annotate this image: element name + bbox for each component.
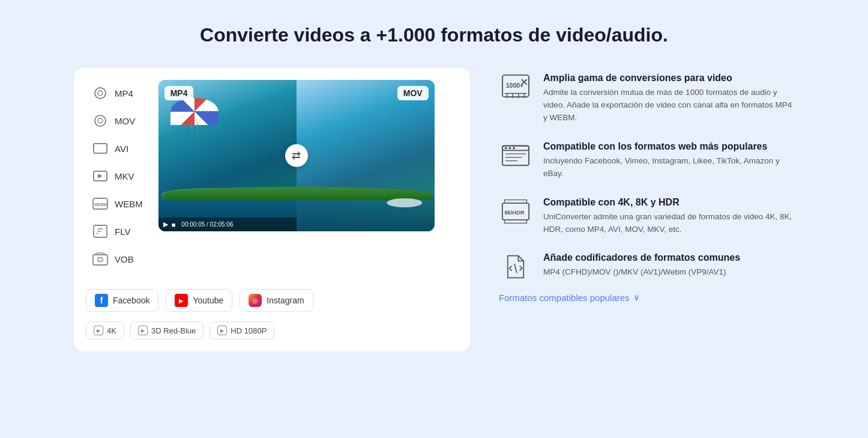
sidebar-item-mov[interactable]: MOV (86, 108, 149, 134)
4k-play-icon: ▶ (94, 326, 103, 335)
badge-hd-1080p[interactable]: ▶ HD 1080P (209, 321, 274, 339)
parasail (170, 98, 219, 131)
sidebar-item-mp4[interactable]: MP4 (86, 80, 149, 106)
feature-4k-8k-hdr: 8k\HDR Compatible con 4K, 8K y HDR UniCo… (499, 197, 794, 236)
page-title: Convierte videos a +1.000 formatos de vi… (200, 24, 668, 46)
sidebar-label-mov: MOV (115, 116, 135, 126)
video-split: MP4 MOV ⇄ ▶ (158, 80, 435, 231)
video-time: 00:00:05 / 02:05:06 (181, 221, 233, 228)
svg-marker-10 (97, 233, 98, 234)
sidebar-item-vob[interactable]: VOB (86, 246, 149, 272)
right-panel: 1000+ Amplia gama de conversiones para v… (499, 68, 794, 303)
8k-hdr-icon: 8k\HDR (499, 197, 532, 226)
codecs-icon (499, 252, 532, 281)
instagram-button[interactable]: ◎ Instagram (240, 289, 313, 312)
island-right (297, 187, 432, 200)
avi-icon (92, 140, 109, 157)
feature-web-formats-text: Compatible con los formatos web más popu… (543, 141, 794, 180)
vob-icon (92, 251, 109, 267)
badge-hd-label: HD 1080P (231, 326, 267, 335)
svg-point-0 (95, 88, 106, 99)
mp4-icon (92, 85, 109, 102)
svg-rect-11 (93, 255, 107, 265)
feature-wide-range-title: Amplia gama de conversiones para video (543, 73, 794, 84)
svg-marker-6 (98, 174, 103, 178)
format-sidebar: MP4 MOV (86, 80, 158, 272)
sidebar-label-flv: FLV (115, 227, 130, 237)
right-format-badge: MOV (397, 86, 429, 100)
svg-text:8k\HDR: 8k\HDR (505, 209, 525, 215)
facebook-button[interactable]: f Facebook (86, 289, 158, 312)
instagram-icon: ◎ (249, 294, 262, 307)
webm-icon: WEBM (92, 195, 109, 212)
swap-button[interactable]: ⇄ (285, 144, 308, 167)
video-preview: MP4 MOV ⇄ ▶ (158, 80, 435, 231)
social-buttons: f Facebook ▶ Youtube ◎ Instagram (86, 289, 458, 312)
sidebar-item-avi[interactable]: AVI (86, 135, 149, 162)
sidebar-label-webm: WEBM (115, 199, 143, 209)
svg-point-18 (509, 147, 511, 149)
video-right-half: MOV (297, 80, 435, 231)
badge-3d-label: 3D Red-Blue (151, 326, 196, 335)
parasail-canopy (170, 98, 219, 125)
play-button[interactable]: ▶ (163, 221, 168, 228)
facebook-icon: f (95, 294, 108, 307)
sidebar-item-flv[interactable]: FLV (86, 218, 149, 245)
panel-inner: MP4 MOV (86, 80, 458, 272)
feature-4k-8k-hdr-desc: UniConverter admite una gran variedad de… (543, 211, 794, 236)
badge-4k-label: 4K (107, 326, 116, 335)
mov-icon (92, 112, 109, 129)
resolution-badges: ▶ 4K ▶ 3D Red-Blue ▶ HD 1080P (86, 321, 458, 339)
feature-web-formats-title: Compatible con los formatos web más popu… (543, 141, 794, 152)
badge-3d-red-blue[interactable]: ▶ 3D Red-Blue (130, 321, 203, 339)
sidebar-label-mkv: MKV (115, 171, 134, 181)
parasail-lines (191, 122, 197, 131)
video-controls: ▶ ■ 00:00:05 / 02:05:06 (158, 217, 297, 231)
svg-point-19 (513, 147, 515, 149)
svg-point-3 (98, 118, 103, 123)
feature-codecs-text: Añade codificadores de formatos comunes … (543, 252, 740, 279)
left-format-badge: MP4 (164, 86, 194, 100)
boat-wave (387, 198, 423, 207)
sidebar-label-mp4: MP4 (115, 88, 133, 99)
mkv-icon (92, 168, 109, 184)
flv-icon (92, 223, 109, 240)
feature-4k-8k-hdr-title: Compatible con 4K, 8K y HDR (543, 197, 794, 208)
feature-web-formats: Compatible con los formatos web más popu… (499, 141, 794, 180)
formats-link-label: Formatos compatibles populares (499, 293, 630, 303)
svg-point-1 (98, 91, 103, 96)
3d-play-icon: ▶ (138, 326, 148, 335)
svg-rect-4 (94, 144, 107, 153)
feature-wide-range-text: Amplia gama de conversiones para video A… (543, 73, 794, 124)
video-area: MP4 MOV ⇄ ▶ (158, 80, 458, 272)
hd-play-icon: ▶ (217, 326, 227, 335)
svg-point-2 (95, 115, 106, 126)
stop-button[interactable]: ■ (172, 221, 176, 228)
svg-point-17 (505, 147, 507, 149)
chevron-down-icon: ∨ (633, 292, 640, 303)
sidebar-label-vob: VOB (115, 254, 134, 264)
feature-codecs-title: Añade codificadores de formatos comunes (543, 252, 740, 263)
feature-codecs-desc: MP4 (CFHD)/MOV ()/MKV (AV1)/Webm (VP9/AV… (543, 266, 740, 279)
sidebar-item-webm[interactable]: WEBM WEBM (86, 190, 149, 217)
youtube-button[interactable]: ▶ Youtube (166, 289, 232, 312)
youtube-icon: ▶ (175, 294, 188, 307)
facebook-label: Facebook (113, 296, 149, 305)
badge-4k[interactable]: ▶ 4K (86, 321, 124, 339)
feature-4k-8k-hdr-text: Compatible con 4K, 8K y HDR UniConverter… (543, 197, 794, 236)
instagram-label: Instagram (267, 296, 304, 305)
feature-wide-range: 1000+ Amplia gama de conversiones para v… (499, 73, 794, 124)
feature-codecs: Añade codificadores de formatos comunes … (499, 252, 794, 281)
svg-rect-12 (98, 258, 103, 261)
main-content: MP4 MOV (74, 68, 794, 351)
feature-web-formats-desc: Incluyendo Facebook, Vimeo, Instagram, L… (543, 155, 794, 180)
sidebar-label-avi: AVI (115, 144, 128, 154)
svg-text:WEBM: WEBM (94, 202, 107, 207)
1000plus-icon: 1000+ (499, 73, 532, 102)
web-formats-icon (499, 141, 532, 170)
feature-wide-range-desc: Admite la conversión mutua de más de 100… (543, 87, 794, 124)
left-panel: MP4 MOV (74, 68, 470, 351)
formats-link[interactable]: Formatos compatibles populares ∨ (499, 292, 794, 303)
svg-text:1000+: 1000+ (506, 82, 524, 89)
sidebar-item-mkv[interactable]: MKV (86, 163, 149, 189)
